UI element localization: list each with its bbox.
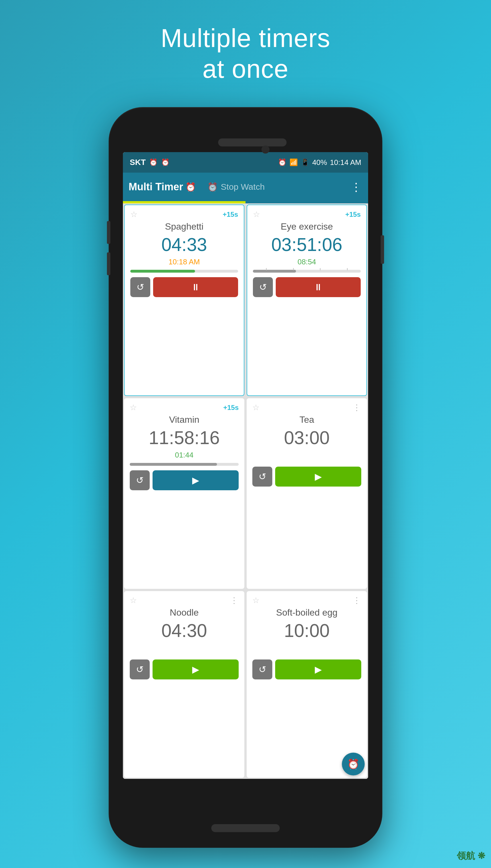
pause-btn-spaghetti[interactable]: ⏸ [153, 277, 238, 297]
star-icon-noodle[interactable]: ☆ [130, 596, 137, 605]
speaker-top [218, 138, 287, 147]
alarm-icon-3: ⏰ [278, 158, 287, 166]
spacer2-tea [252, 460, 361, 463]
timer-name-eye-exercise: Eye exercise [253, 221, 361, 232]
spacer2-egg [252, 653, 361, 656]
timer-time-noodle: 04:30 [130, 620, 239, 641]
headline-line1: Multiple timers [161, 23, 330, 54]
timer-grid: ☆ +15s Spaghetti 04:33 10:18 AM ↺ ⏸ ☆ + [123, 204, 368, 779]
pause-btn-eye-exercise[interactable]: ⏸ [276, 277, 361, 297]
timer-name-vitamin: Vitamin [130, 414, 239, 425]
timer-name-soft-boiled-egg: Soft-boiled egg [252, 607, 361, 618]
progress-fill-vitamin [130, 463, 217, 466]
card-header-soft-boiled-egg: ☆ ⋮ [252, 596, 361, 605]
alarm-icon-2: ⏰ [161, 158, 170, 166]
timer-name-noodle: Noodle [130, 607, 239, 618]
status-bar: SKT ⏰ ⏰ ⏰ 📶 📱 40% 10:14 AM [123, 152, 368, 173]
phone-shell: SKT ⏰ ⏰ ⏰ 📶 📱 40% 10:14 AM Multi Timer ⏰… [109, 107, 382, 848]
tab-indicator-active [123, 201, 246, 204]
timer-time-eye-exercise: 03:51:06 [253, 234, 361, 255]
app-bar: Multi Timer ⏰ ⏰ Stop Watch ⋮ [123, 173, 368, 201]
status-right: ⏰ 📶 📱 40% 10:14 AM [278, 158, 361, 167]
plus-btn-vitamin[interactable]: +15s [223, 404, 239, 412]
watermark: 领航 ❋ [457, 850, 485, 862]
play-btn-vitamin[interactable]: ▶ [152, 470, 239, 490]
timer-card-vitamin: ☆ +15s Vitamin 11:58:16 01:44 ↺ ▶ [124, 398, 244, 589]
tab-stopwatch[interactable]: ⏰ Stop Watch [207, 182, 350, 192]
reset-btn-soft-boiled-egg[interactable]: ↺ [252, 659, 272, 679]
progress-bar-vitamin [130, 463, 239, 466]
carrier-label: SKT [130, 158, 146, 167]
spacer2-noodle [130, 653, 239, 656]
signal-icon: 📱 [301, 158, 309, 166]
star-icon-vitamin[interactable]: ☆ [130, 403, 137, 412]
timer-alarm-spaghetti: 10:18 AM [130, 257, 238, 266]
speaker-bottom [211, 824, 280, 832]
add-timer-fab[interactable]: ⏰ [342, 753, 365, 775]
reset-btn-vitamin[interactable]: ↺ [130, 470, 150, 490]
btn-row-eye-exercise: ↺ ⏸ [253, 277, 361, 297]
dots-icon-soft-boiled-egg[interactable]: ⋮ [353, 596, 361, 605]
timer-alarm-eye-exercise: 08:54 [253, 257, 361, 266]
timer-card-eye-exercise: ☆ +15s Eye exercise 03:51:06 08:54 [247, 205, 367, 396]
headline-line2: at once [161, 54, 330, 84]
timer-time-tea: 03:00 [252, 427, 361, 448]
battery-label: 40% [312, 158, 327, 167]
tab-indicator-inactive [246, 201, 368, 204]
plus-btn-spaghetti[interactable]: +15s [223, 211, 238, 218]
btn-row-soft-boiled-egg: ↺ ▶ [252, 659, 361, 679]
card-header-spaghetti: ☆ +15s [130, 210, 238, 219]
reset-btn-noodle[interactable]: ↺ [130, 659, 150, 679]
spacer-egg [252, 644, 361, 651]
wifi-icon: 📶 [289, 158, 298, 166]
plus-btn-eye-exercise[interactable]: +15s [345, 211, 361, 218]
card-header-tea: ☆ ⋮ [252, 403, 361, 412]
headline: Multiple timers at once [161, 23, 330, 84]
star-icon-soft-boiled-egg[interactable]: ☆ [252, 596, 259, 605]
reset-btn-eye-exercise[interactable]: ↺ [253, 277, 273, 297]
app-title: Multi Timer [128, 181, 183, 193]
star-icon-tea[interactable]: ☆ [252, 403, 259, 412]
play-btn-noodle[interactable]: ▶ [152, 659, 239, 679]
progress-fill-spaghetti [130, 270, 195, 273]
screen: SKT ⏰ ⏰ ⏰ 📶 📱 40% 10:14 AM Multi Timer ⏰… [123, 152, 368, 779]
spacer-tea [252, 451, 361, 458]
timer-card-soft-boiled-egg: ☆ ⋮ Soft-boiled egg 10:00 ↺ ▶ ⏰ [247, 591, 367, 778]
btn-row-noodle: ↺ ▶ [130, 659, 239, 679]
star-icon-eye-exercise[interactable]: ☆ [253, 210, 260, 219]
alarm-icon-1: ⏰ [149, 158, 158, 166]
tab-indicator-row [123, 201, 368, 204]
reset-btn-tea[interactable]: ↺ [252, 467, 272, 487]
play-btn-soft-boiled-egg[interactable]: ▶ [275, 659, 361, 679]
btn-row-vitamin: ↺ ▶ [130, 470, 239, 490]
btn-row-spaghetti: ↺ ⏸ [130, 277, 238, 297]
stopwatch-icon: ⏰ [207, 182, 218, 192]
card-header-eye-exercise: ☆ +15s [253, 210, 361, 219]
time-label: 10:14 AM [330, 158, 361, 167]
timer-card-tea: ☆ ⋮ Tea 03:00 ↺ ▶ [247, 398, 367, 589]
status-left: SKT ⏰ ⏰ [130, 158, 170, 167]
card-header-noodle: ☆ ⋮ [130, 596, 239, 605]
spacer-noodle [130, 644, 239, 651]
dots-icon-tea[interactable]: ⋮ [353, 403, 361, 412]
menu-icon[interactable]: ⋮ [350, 180, 363, 193]
tab-stopwatch-label: Stop Watch [221, 182, 265, 192]
app-clock-icon: ⏰ [185, 182, 196, 192]
timer-name-tea: Tea [252, 414, 361, 425]
volume-down-button[interactable] [107, 252, 110, 275]
timer-time-soft-boiled-egg: 10:00 [252, 620, 361, 641]
btn-row-tea: ↺ ▶ [252, 467, 361, 487]
card-header-vitamin: ☆ +15s [130, 403, 239, 412]
star-icon-spaghetti[interactable]: ☆ [130, 210, 138, 219]
progress-bar-spaghetti [130, 270, 238, 273]
play-btn-tea[interactable]: ▶ [275, 467, 361, 487]
timer-card-spaghetti: ☆ +15s Spaghetti 04:33 10:18 AM ↺ ⏸ [124, 205, 244, 396]
reset-btn-spaghetti[interactable]: ↺ [130, 277, 150, 297]
progress-markers [253, 268, 361, 270]
timer-alarm-vitamin: 01:44 [130, 451, 239, 460]
volume-up-button[interactable] [107, 221, 110, 244]
timer-time-vitamin: 11:58:16 [130, 427, 239, 448]
power-button[interactable] [381, 235, 384, 264]
dots-icon-noodle[interactable]: ⋮ [230, 596, 239, 605]
timer-card-noodle: ☆ ⋮ Noodle 04:30 ↺ ▶ [124, 591, 244, 778]
